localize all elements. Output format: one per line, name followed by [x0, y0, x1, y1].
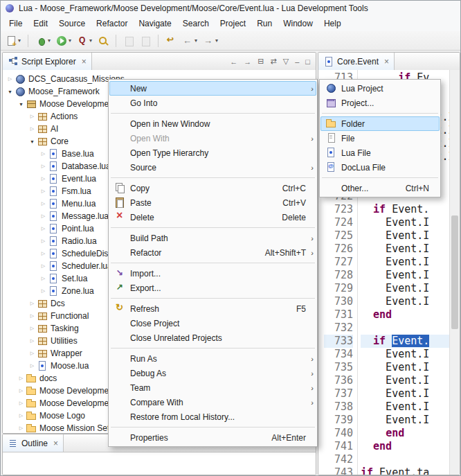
menu-item-copy[interactable]: CopyCtrl+C: [109, 181, 316, 195]
menu-navigate[interactable]: Navigate: [133, 17, 177, 30]
menu-item-delete[interactable]: DeleteDelete: [109, 210, 316, 224]
code-line[interactable]: Event.I: [361, 229, 460, 243]
menu-item-file[interactable]: File: [320, 131, 440, 146]
code-line[interactable]: Event.I: [361, 374, 460, 387]
collapsed-arrow-icon[interactable]: ▷: [39, 251, 48, 256]
collapsed-arrow-icon[interactable]: ▷: [28, 114, 37, 119]
view-menu-icon[interactable]: ▽: [283, 57, 289, 66]
collapsed-arrow-icon[interactable]: ▷: [28, 301, 37, 306]
forward-icon[interactable]: →: [244, 58, 251, 66]
collapsed-arrow-icon[interactable]: ▷: [39, 188, 48, 194]
forward-button[interactable]: ▾: [201, 33, 220, 49]
maximize-icon[interactable]: □: [305, 58, 310, 66]
close-explorer-tab-icon[interactable]: ×: [82, 57, 87, 67]
expanded-arrow-icon[interactable]: ▼: [28, 139, 37, 144]
menu-item-close-unrelated-projects[interactable]: Close Unrelated Projects: [109, 330, 316, 345]
collapsed-arrow-icon[interactable]: ▷: [39, 164, 48, 169]
debug-button[interactable]: ▾: [33, 33, 53, 49]
menu-help[interactable]: Help: [318, 17, 347, 30]
collapsed-arrow-icon[interactable]: ▷: [28, 338, 37, 344]
dropdown-caret-icon[interactable]: ▾: [195, 37, 197, 44]
script-explorer-tab[interactable]: Script Explorer ×: [3, 53, 92, 70]
dropdown-caret-icon[interactable]: ▾: [215, 37, 218, 44]
expanded-arrow-icon[interactable]: ▼: [17, 102, 26, 107]
editor-tab[interactable]: Core.Event ×: [318, 53, 395, 70]
menu-item-properties[interactable]: PropertiesAlt+Enter: [109, 430, 316, 445]
run-button[interactable]: ▾: [54, 33, 73, 49]
close-outline-tab-icon[interactable]: ×: [53, 439, 58, 448]
collapsed-arrow-icon[interactable]: ▷: [17, 400, 26, 406]
collapsed-arrow-icon[interactable]: ▷: [39, 288, 48, 294]
code-line[interactable]: Event.I: [361, 348, 460, 361]
menu-item-debug-as[interactable]: Debug As›: [109, 366, 316, 380]
collapsed-arrow-icon[interactable]: ▷: [28, 313, 37, 319]
close-editor-tab-icon[interactable]: ×: [384, 57, 389, 67]
menu-item-refresh[interactable]: RefreshF5: [109, 301, 316, 316]
back-button[interactable]: ▾: [180, 33, 199, 49]
collapsed-arrow-icon[interactable]: ▷: [39, 238, 48, 244]
collapsed-arrow-icon[interactable]: ▷: [39, 151, 48, 157]
code-line[interactable]: end: [361, 427, 460, 440]
menu-edit[interactable]: Edit: [28, 17, 53, 30]
code-line[interactable]: end: [361, 308, 460, 321]
link-editor-icon[interactable]: ⇄: [271, 57, 277, 66]
menu-item-close-project[interactable]: Close Project: [109, 316, 316, 330]
collapsed-arrow-icon[interactable]: ▷: [28, 363, 37, 369]
menu-item-refactor[interactable]: RefactorAlt+Shift+T›: [109, 245, 316, 260]
collapsed-arrow-icon[interactable]: ▷: [28, 351, 37, 356]
collapsed-arrow-icon[interactable]: ▷: [28, 326, 37, 331]
search-button[interactable]: [96, 33, 111, 49]
collapsed-arrow-icon[interactable]: ▷: [39, 201, 48, 206]
menu-item-other[interactable]: Other...Ctrl+N: [320, 181, 440, 195]
collapsed-arrow-icon[interactable]: ▷: [39, 213, 48, 219]
collapsed-arrow-icon[interactable]: ▷: [39, 263, 48, 269]
menu-source[interactable]: Source: [53, 17, 91, 30]
back-icon[interactable]: ←: [230, 58, 237, 66]
menu-item-project[interactable]: Project...: [320, 96, 440, 110]
collapsed-arrow-icon[interactable]: ▷: [17, 413, 26, 418]
menu-item-lua-file[interactable]: Lua File: [320, 146, 440, 160]
menu-search[interactable]: Search: [177, 17, 215, 30]
code-line[interactable]: [361, 453, 460, 466]
menu-item-build-path[interactable]: Build Path›: [109, 231, 316, 245]
menu-item-run-as[interactable]: Run As›: [109, 351, 316, 366]
dropdown-caret-icon[interactable]: ▾: [89, 37, 92, 44]
last-edit-location-button[interactable]: [163, 33, 179, 49]
collapsed-arrow-icon[interactable]: ▷: [17, 376, 26, 381]
code-line[interactable]: Event.I: [361, 387, 460, 400]
menu-refactor[interactable]: Refactor: [91, 17, 133, 30]
minimize-icon[interactable]: –: [295, 58, 299, 66]
code-line[interactable]: Event.I: [361, 216, 460, 229]
collapsed-arrow-icon[interactable]: ▷: [17, 388, 26, 394]
collapsed-arrow-icon[interactable]: ▷: [17, 425, 26, 431]
menu-item-restore-from-local-history[interactable]: Restore from Local History...: [109, 409, 316, 424]
code-line[interactable]: if Event.: [361, 203, 460, 216]
code-line[interactable]: Event.I: [361, 400, 460, 414]
menu-project[interactable]: Project: [215, 17, 251, 30]
menu-item-source[interactable]: Source›: [109, 160, 316, 175]
code-line[interactable]: Event.I: [361, 243, 460, 256]
collapsed-arrow-icon[interactable]: ▷: [28, 126, 37, 132]
editor-scrollbar[interactable]: [449, 70, 460, 475]
menu-run[interactable]: Run: [251, 17, 278, 30]
code-line[interactable]: Event.I: [361, 269, 460, 282]
outline-tab[interactable]: Outline ×: [3, 434, 64, 452]
menu-item-paste[interactable]: PasteCtrl+V: [109, 195, 316, 210]
menu-item-lua-project[interactable]: Lua Project: [320, 81, 440, 96]
menu-item-export[interactable]: Export...: [109, 281, 316, 295]
collapsed-arrow-icon[interactable]: ▷: [39, 276, 48, 281]
menu-item-doclua-file[interactable]: DocLua File: [320, 160, 440, 175]
code-line[interactable]: [361, 321, 460, 335]
menu-window[interactable]: Window: [278, 17, 318, 30]
dropdown-caret-icon[interactable]: ▾: [69, 37, 71, 44]
code-line[interactable]: Event.I: [361, 282, 460, 295]
expanded-arrow-icon[interactable]: ▼: [6, 89, 15, 94]
code-line[interactable]: if Event.: [361, 335, 460, 348]
menu-item-go-into[interactable]: Go Into: [109, 96, 316, 110]
collapse-all-icon[interactable]: ⊟: [257, 57, 264, 66]
menu-item-open-in-new-window[interactable]: Open in New Window: [109, 116, 316, 131]
code-line[interactable]: if Event.ta: [361, 466, 460, 475]
coverage-button[interactable]: ▾: [75, 33, 94, 49]
collapsed-arrow-icon[interactable]: ▷: [39, 176, 48, 182]
code-line[interactable]: Event.I: [361, 361, 460, 374]
